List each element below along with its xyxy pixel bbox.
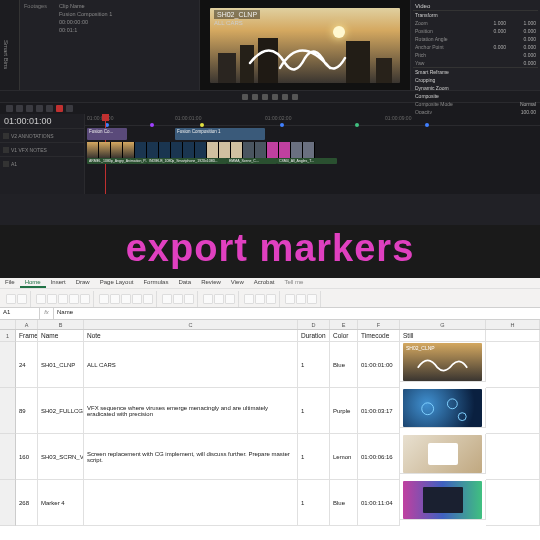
prev-clip-button[interactable] [242, 94, 248, 100]
timeline-video-track[interactable] [87, 142, 367, 158]
align-right-button[interactable] [121, 294, 131, 304]
table-cell[interactable]: Note [84, 330, 298, 342]
ribbon-tab-view[interactable]: View [226, 278, 249, 288]
inspector-rotation[interactable]: 0.000 [508, 36, 536, 42]
italic-button[interactable] [47, 294, 57, 304]
fill-button[interactable] [80, 294, 90, 304]
number-format-button[interactable] [162, 294, 172, 304]
delete-cells-button[interactable] [255, 294, 265, 304]
column-header[interactable]: D [298, 320, 330, 329]
marker-purple[interactable] [150, 123, 154, 127]
cond-format-button[interactable] [203, 294, 213, 304]
column-header[interactable]: F [358, 320, 400, 329]
percent-button[interactable] [173, 294, 183, 304]
marker-tool[interactable] [56, 105, 63, 112]
marker-lemon[interactable] [200, 123, 204, 127]
row-header[interactable] [0, 388, 16, 434]
table-cell[interactable]: Marker 4 [38, 480, 84, 526]
find-button[interactable] [307, 294, 317, 304]
still-thumbnail-cell[interactable] [400, 388, 486, 428]
table-cell[interactable]: Blue [330, 480, 358, 526]
name-box[interactable]: A1 [0, 308, 40, 319]
timeline-body[interactable]: 01:00:00:00 01:00:01:00 01:00:02:00 01:0… [85, 114, 540, 194]
ribbon-tab-file[interactable]: File [0, 278, 20, 288]
column-header[interactable]: B [38, 320, 84, 329]
inspector-zoom-y[interactable]: 1.000 [508, 20, 536, 26]
column-header[interactable]: C [84, 320, 298, 329]
still-thumbnail-cell[interactable] [400, 480, 486, 520]
insert-cells-button[interactable] [244, 294, 254, 304]
column-header[interactable]: G [400, 320, 486, 329]
column-header[interactable]: E [330, 320, 358, 329]
table-cell[interactable]: Duration [298, 330, 330, 342]
table-cell[interactable]: ALL CARS [84, 342, 298, 388]
inspector-yaw[interactable]: 0.000 [508, 60, 536, 66]
inspector-pos-y[interactable]: 0.000 [508, 28, 536, 34]
row-header[interactable] [0, 434, 16, 480]
ribbon-tab-draw[interactable]: Draw [71, 278, 95, 288]
track-v2-header[interactable]: V2 ANNOTATIONS [0, 128, 84, 142]
table-cell[interactable] [486, 434, 540, 480]
paste-button[interactable] [6, 294, 16, 304]
align-center-button[interactable] [110, 294, 120, 304]
table-cell[interactable] [486, 342, 540, 388]
timeline-ruler[interactable]: 01:00:00:00 01:00:01:00 01:00:02:00 01:0… [85, 114, 540, 126]
ribbon-tab-data[interactable]: Data [173, 278, 196, 288]
inspector-cropping[interactable]: Cropping [415, 77, 536, 83]
table-cell[interactable] [486, 330, 540, 342]
timeline-audio-clip[interactable]: INDIELB_1080p_Smartphone_1920x1080... [147, 158, 227, 164]
inspector-anc-x[interactable]: 0.000 [478, 44, 506, 50]
border-button[interactable] [69, 294, 79, 304]
table-cell[interactable]: Still [400, 330, 486, 342]
table-cell[interactable]: Blue [330, 342, 358, 388]
table-cell[interactable]: 1 [298, 434, 330, 480]
step-fwd-button[interactable] [272, 94, 278, 100]
track-toggle-icon[interactable] [3, 147, 9, 153]
snap-toggle[interactable] [66, 105, 73, 112]
table-cell[interactable]: Purple [330, 388, 358, 434]
next-clip-button[interactable] [282, 94, 288, 100]
align-left-button[interactable] [99, 294, 109, 304]
marker-green[interactable] [355, 123, 359, 127]
sort-button[interactable] [296, 294, 306, 304]
table-cell[interactable] [84, 480, 298, 526]
table-cell[interactable]: Name [38, 330, 84, 342]
inspector-anc-y[interactable]: 0.000 [508, 44, 536, 50]
track-toggle-icon[interactable] [3, 133, 9, 139]
table-cell[interactable] [486, 388, 540, 434]
table-cell[interactable]: 01:00:03:17 [358, 388, 400, 434]
table-cell[interactable]: VFX sequence where viruses emerge menaci… [84, 388, 298, 434]
table-cell[interactable]: 1 [298, 342, 330, 388]
ribbon-tab-review[interactable]: Review [196, 278, 226, 288]
inspector-compmode[interactable]: Normal [508, 101, 536, 107]
ribbon-tab-insert[interactable]: Insert [46, 278, 71, 288]
row-header[interactable]: 1 [0, 330, 16, 342]
table-cell[interactable]: 24 [16, 342, 38, 388]
table-cell[interactable]: Color [330, 330, 358, 342]
table-cell[interactable] [486, 480, 540, 526]
track-v1-header[interactable]: V1 VFX NOTES [0, 142, 84, 156]
media-pool-sidebar[interactable]: Smart Bins [0, 0, 20, 90]
table-cell[interactable]: 01:00:01:00 [358, 342, 400, 388]
spreadsheet-grid[interactable]: ABCDEFGH 1FrameNameNoteDurationColorTime… [0, 320, 540, 540]
table-cell[interactable]: 1 [298, 480, 330, 526]
track-toggle-icon[interactable] [3, 161, 9, 167]
table-cell[interactable]: Screen replacement with CG implement, wi… [84, 434, 298, 480]
still-thumbnail-cell[interactable] [400, 434, 486, 474]
column-header[interactable] [0, 320, 16, 329]
table-cell[interactable]: 1 [298, 388, 330, 434]
play-button[interactable] [262, 94, 268, 100]
inspector-transform-section[interactable]: Transform [415, 12, 536, 18]
flag-tool[interactable] [46, 105, 53, 112]
table-button[interactable] [214, 294, 224, 304]
table-cell[interactable]: SH03_SCRN_VFX [38, 434, 84, 480]
table-cell[interactable]: Timecode [358, 330, 400, 342]
cut-button[interactable] [17, 294, 27, 304]
timeline-audio-clip[interactable]: CSM4_All_Angles_T... [277, 158, 337, 164]
ribbon-tellme[interactable]: Tell me [279, 278, 308, 288]
table-cell[interactable]: Lemon [330, 434, 358, 480]
comma-button[interactable] [184, 294, 194, 304]
inspector-pos-x[interactable]: 0.000 [478, 28, 506, 34]
table-cell[interactable]: 268 [16, 480, 38, 526]
step-back-button[interactable] [252, 94, 258, 100]
